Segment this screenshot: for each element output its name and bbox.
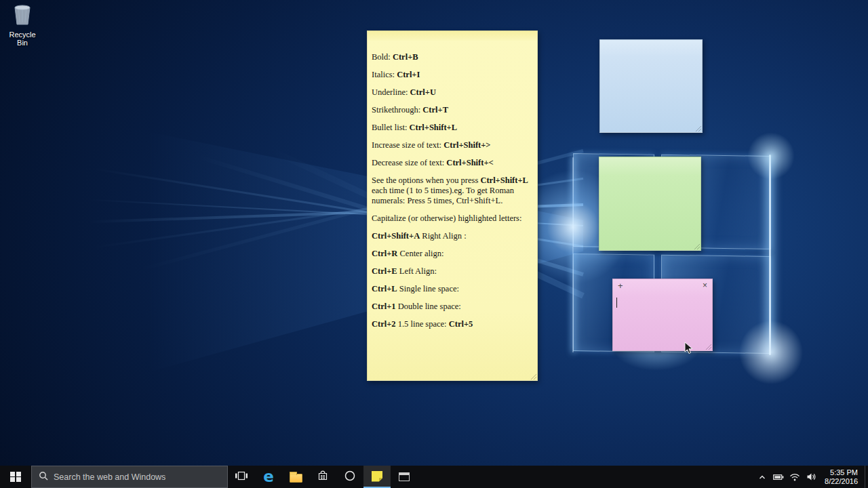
note-paragraph: Ctrl+Shift+A Right Align : — [372, 231, 534, 241]
wallpaper-flare — [739, 321, 804, 385]
sticky-note-green[interactable] — [599, 157, 701, 251]
file-explorer-icon — [290, 474, 302, 483]
note-resize-grip[interactable] — [530, 373, 536, 380]
file-explorer-button[interactable] — [282, 466, 309, 488]
task-view-icon — [235, 470, 248, 484]
mouse-cursor — [684, 342, 694, 358]
recycle-bin-label: Recycle Bin — [3, 30, 42, 47]
note-resize-grip[interactable] — [705, 343, 711, 350]
app-window-button[interactable] — [391, 466, 418, 488]
note-resize-grip[interactable] — [693, 243, 700, 249]
wallpaper-flare — [747, 132, 795, 180]
search-icon — [39, 471, 48, 483]
add-note-button[interactable]: + — [618, 281, 623, 290]
clock-date: 8/22/2016 — [825, 477, 858, 486]
edge-browser-button[interactable]: e — [255, 466, 282, 488]
desktop-wallpaper[interactable]: Recycle Bin Bold: Ctrl+BItalics: Ctrl+IU… — [0, 0, 868, 466]
note-paragraph: Capitalize (or otherwise) highlighted le… — [372, 214, 534, 224]
note-paragraph: See the options when you press Ctrl+Shif… — [372, 176, 534, 206]
note-paragraph: Decrease size of text: Ctrl+Shift+< — [372, 158, 534, 168]
system-tray: 5:35 PM 8/22/2016 — [754, 466, 868, 488]
note-paragraph: Bold: Ctrl+B — [372, 52, 534, 62]
volume-icon[interactable] — [803, 466, 819, 488]
search-input[interactable]: Search the web and Windows — [31, 466, 228, 488]
circle-app-icon — [344, 470, 356, 485]
note-resize-grip[interactable] — [694, 125, 701, 131]
search-placeholder: Search the web and Windows — [54, 472, 165, 482]
taskbar-left: Search the web and Windows e — [0, 466, 754, 488]
app-window-icon — [399, 472, 410, 481]
note-drag-header[interactable]: + × — [613, 279, 712, 291]
clock[interactable]: 5:35 PM 8/22/2016 — [819, 466, 865, 488]
wifi-icon[interactable] — [787, 466, 803, 488]
sticky-note-yellow[interactable]: Bold: Ctrl+BItalics: Ctrl+IUnderline: Ct… — [367, 30, 538, 381]
note-paragraph: Ctrl+R Center align: — [372, 249, 534, 259]
note-paragraph: Increase size of text: Ctrl+Shift+> — [372, 140, 534, 150]
edge-icon: e — [263, 469, 274, 485]
delete-note-button[interactable]: × — [703, 281, 707, 289]
note-paragraph: Bullet list: Ctrl+Shift+L — [372, 123, 534, 133]
recycle-bin-icon — [12, 16, 33, 28]
store-button[interactable] — [309, 466, 336, 488]
note-paragraph: Ctrl+L Single line space: — [372, 284, 534, 294]
main-note-content[interactable]: Bold: Ctrl+BItalics: Ctrl+IUnderline: Ct… — [368, 41, 537, 329]
hidden-icons-chevron[interactable] — [754, 466, 770, 488]
windows-start-icon — [10, 472, 21, 483]
clock-time: 5:35 PM — [830, 468, 858, 477]
note-drag-header[interactable] — [368, 31, 537, 41]
task-view-button[interactable] — [228, 466, 255, 488]
sticky-note-blue[interactable] — [599, 39, 703, 133]
note-paragraph: Underline: Ctrl+U — [372, 87, 534, 98]
sticky-notes-button[interactable] — [363, 466, 391, 488]
note-paragraph: Ctrl+E Left Align: — [372, 266, 534, 277]
note-paragraph: Ctrl+1 Double line space: — [372, 302, 534, 312]
text-caret — [616, 298, 617, 308]
note-paragraph: Italics: Ctrl+I — [372, 70, 534, 80]
note-paragraph: Strikethrough: Ctrl+T — [372, 105, 534, 115]
battery-icon[interactable] — [770, 466, 787, 488]
screen: Recycle Bin Bold: Ctrl+BItalics: Ctrl+IU… — [0, 0, 868, 488]
sticky-note-pink[interactable]: + × — [612, 279, 713, 351]
circle-app-button[interactable] — [336, 466, 363, 488]
start-button[interactable] — [0, 466, 31, 488]
sticky-notes-icon — [372, 471, 382, 482]
taskbar: Search the web and Windows e — [0, 466, 868, 488]
recycle-bin[interactable]: Recycle Bin — [3, 4, 42, 47]
store-icon — [317, 470, 328, 484]
note-paragraph: Ctrl+2 1.5 line space: Ctrl+5 — [372, 319, 534, 329]
show-desktop-button[interactable] — [865, 466, 868, 488]
